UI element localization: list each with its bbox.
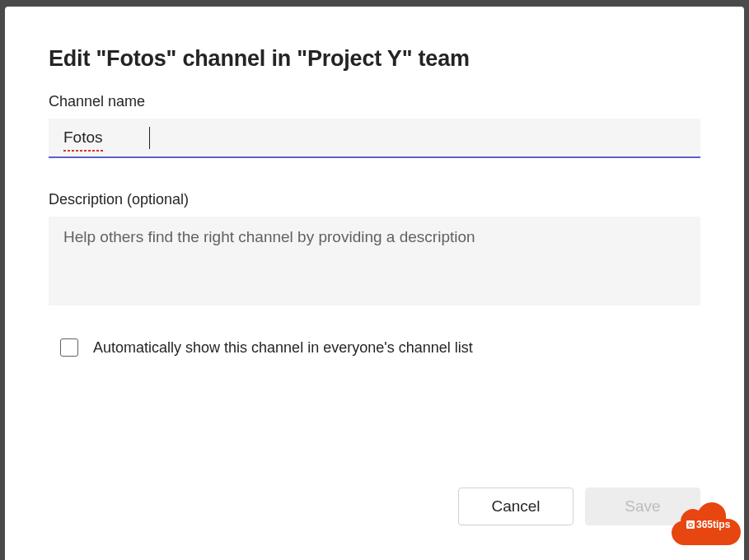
- channel-name-field-wrap: [49, 119, 700, 158]
- dialog-button-row: Cancel Save: [49, 488, 700, 535]
- cancel-button[interactable]: Cancel: [458, 488, 573, 525]
- auto-show-label: Automatically show this channel in every…: [93, 339, 473, 357]
- save-button[interactable]: Save: [585, 488, 700, 525]
- channel-name-input[interactable]: [49, 119, 700, 158]
- description-input[interactable]: [49, 217, 700, 306]
- text-cursor: [149, 127, 150, 149]
- edit-channel-dialog: Edit "Fotos" channel in "Project Y" team…: [5, 7, 744, 560]
- auto-show-row: Automatically show this channel in every…: [49, 338, 700, 357]
- auto-show-checkbox[interactable]: [60, 338, 78, 357]
- channel-name-label: Channel name: [49, 93, 700, 110]
- description-label: Description (optional): [49, 191, 700, 208]
- dialog-title: Edit "Fotos" channel in "Project Y" team: [49, 46, 700, 72]
- spellcheck-underline: [63, 150, 105, 152]
